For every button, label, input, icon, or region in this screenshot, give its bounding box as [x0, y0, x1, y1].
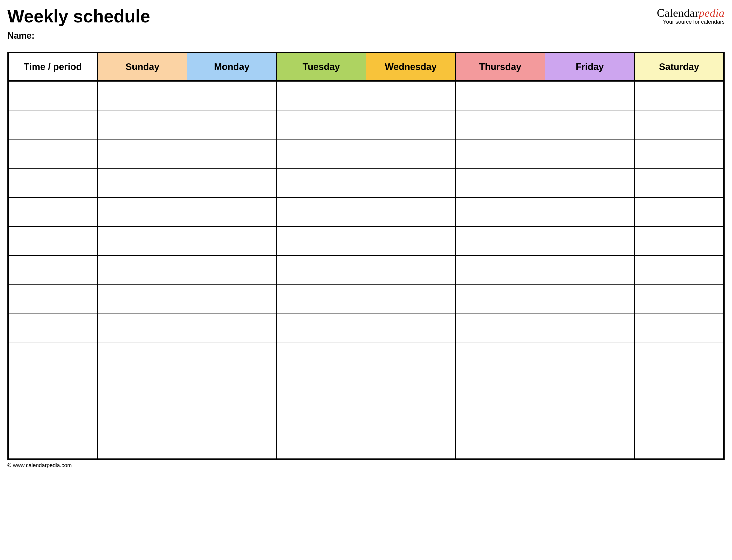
schedule-cell [366, 285, 456, 314]
schedule-cell [545, 314, 635, 343]
schedule-cell [545, 168, 635, 197]
schedule-cell [366, 197, 456, 227]
time-cell [8, 197, 98, 227]
time-cell [8, 314, 98, 343]
schedule-body [8, 81, 724, 459]
table-row [8, 256, 724, 285]
col-header-friday: Friday [545, 53, 635, 81]
schedule-cell [187, 372, 277, 401]
schedule-cell [277, 110, 366, 139]
schedule-cell [98, 285, 187, 314]
col-header-sunday: Sunday [98, 53, 187, 81]
schedule-cell [277, 401, 366, 430]
col-header-thursday: Thursday [456, 53, 545, 81]
schedule-cell [277, 314, 366, 343]
schedule-cell [366, 81, 456, 110]
brand-logo: Calendarpedia [657, 7, 725, 19]
schedule-cell [277, 227, 366, 256]
schedule-cell [98, 110, 187, 139]
time-cell [8, 343, 98, 372]
time-cell [8, 256, 98, 285]
col-header-monday: Monday [187, 53, 277, 81]
schedule-cell [456, 197, 545, 227]
schedule-cell [366, 314, 456, 343]
schedule-cell [187, 110, 277, 139]
schedule-cell [187, 401, 277, 430]
schedule-cell [187, 227, 277, 256]
table-row [8, 227, 724, 256]
time-cell [8, 372, 98, 401]
brand-tagline: Your source for calendars [657, 19, 725, 25]
schedule-cell [635, 372, 724, 401]
schedule-cell [456, 372, 545, 401]
table-row [8, 81, 724, 110]
schedule-cell [635, 314, 724, 343]
schedule-cell [635, 227, 724, 256]
table-row [8, 343, 724, 372]
time-cell [8, 401, 98, 430]
table-row [8, 168, 724, 197]
schedule-cell [187, 81, 277, 110]
schedule-cell [456, 168, 545, 197]
table-row [8, 197, 724, 227]
table-row [8, 372, 724, 401]
schedule-cell [98, 314, 187, 343]
schedule-cell [366, 430, 456, 459]
schedule-cell [545, 430, 635, 459]
schedule-cell [545, 81, 635, 110]
schedule-cell [98, 139, 187, 168]
schedule-cell [277, 343, 366, 372]
schedule-cell [456, 227, 545, 256]
schedule-cell [277, 372, 366, 401]
schedule-cell [635, 168, 724, 197]
schedule-cell [456, 285, 545, 314]
header-row: Time / period Sunday Monday Tuesday Wedn… [8, 53, 724, 81]
schedule-cell [98, 256, 187, 285]
schedule-cell [635, 285, 724, 314]
table-row [8, 110, 724, 139]
page-title: Weekly schedule [7, 7, 150, 25]
schedule-cell [456, 256, 545, 285]
schedule-cell [98, 372, 187, 401]
schedule-cell [545, 256, 635, 285]
top-row: Weekly schedule Calendarpedia Your sourc… [7, 7, 725, 25]
schedule-cell [635, 110, 724, 139]
schedule-cell [277, 197, 366, 227]
schedule-cell [545, 285, 635, 314]
table-row [8, 139, 724, 168]
table-row [8, 285, 724, 314]
col-header-wednesday: Wednesday [366, 53, 456, 81]
name-label: Name: [7, 31, 725, 41]
brand-part1: Calendar [657, 7, 699, 19]
time-cell [8, 139, 98, 168]
col-header-time: Time / period [8, 53, 98, 81]
schedule-cell [98, 227, 187, 256]
col-header-tuesday: Tuesday [277, 53, 366, 81]
schedule-cell [545, 401, 635, 430]
schedule-cell [366, 256, 456, 285]
schedule-cell [98, 168, 187, 197]
schedule-cell [187, 285, 277, 314]
schedule-cell [456, 110, 545, 139]
schedule-cell [277, 430, 366, 459]
schedule-cell [635, 401, 724, 430]
footer-text: © www.calendarpedia.com [7, 462, 725, 469]
schedule-cell [366, 110, 456, 139]
schedule-cell [366, 401, 456, 430]
schedule-cell [456, 314, 545, 343]
schedule-cell [187, 430, 277, 459]
schedule-cell [98, 401, 187, 430]
schedule-cell [635, 81, 724, 110]
brand-block: Calendarpedia Your source for calendars [657, 7, 725, 25]
schedule-cell [545, 372, 635, 401]
schedule-cell [187, 314, 277, 343]
schedule-cell [366, 372, 456, 401]
schedule-cell [277, 285, 366, 314]
schedule-cell [545, 139, 635, 168]
schedule-cell [366, 227, 456, 256]
col-header-saturday: Saturday [635, 53, 724, 81]
time-cell [8, 227, 98, 256]
time-cell [8, 430, 98, 459]
schedule-cell [545, 110, 635, 139]
schedule-cell [456, 81, 545, 110]
